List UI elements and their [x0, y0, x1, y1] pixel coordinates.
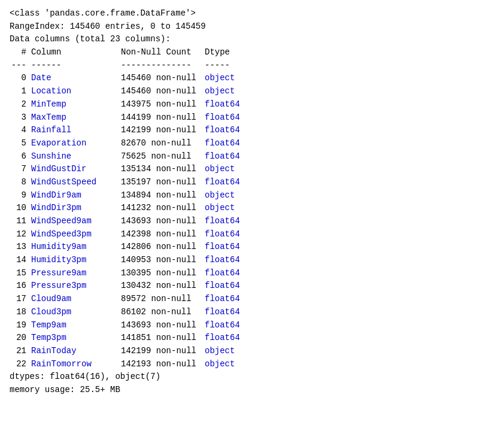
row-index: 9 [10, 189, 31, 202]
row-dtype: float64 [205, 267, 240, 280]
row-index: 5 [10, 137, 31, 150]
row-non-null-count: 142398 non-null [121, 228, 205, 241]
table-row: 20Temp3pm141851 non-nullfloat64 [10, 332, 494, 345]
row-non-null-count: 141232 non-null [121, 202, 205, 215]
range-index-text: RangeIndex: 145460 entries, 0 to 145459 [10, 22, 206, 31]
row-column-name: WindDir3pm [31, 202, 121, 215]
table-row: 21RainToday142199 non-nullobject [10, 345, 494, 358]
row-column-name: MaxTemp [31, 111, 121, 125]
table-row: 8WindGustSpeed135197 non-nullfloat64 [10, 176, 494, 189]
row-column-name: RainTomorrow [31, 358, 121, 371]
row-index: 15 [10, 267, 31, 280]
table-body: 0Date145460 non-nullobject1Location14546… [10, 72, 494, 371]
row-dtype: float64 [205, 306, 240, 319]
row-dtype: object [205, 345, 235, 358]
sep-non-null: -------------- [121, 59, 205, 72]
row-dtype: object [205, 358, 235, 371]
data-columns-text: Data columns (total 23 columns): [10, 34, 171, 44]
row-index: 7 [10, 163, 31, 176]
header-idx: # [10, 46, 31, 59]
row-non-null-count: 135197 non-null [121, 176, 205, 189]
row-column-name: WindGustDir [31, 163, 121, 176]
row-index: 21 [10, 345, 31, 358]
row-index: 2 [10, 98, 31, 111]
row-dtype: float64 [205, 254, 240, 267]
row-dtype: float64 [205, 124, 240, 137]
header-dtype: Dtype [205, 46, 230, 59]
row-non-null-count: 143693 non-null [121, 215, 205, 228]
row-index: 19 [10, 319, 31, 332]
row-dtype: float64 [205, 293, 240, 306]
row-non-null-count: 140953 non-null [121, 254, 205, 267]
row-column-name: Humidity3pm [31, 254, 121, 267]
row-dtype: object [205, 72, 235, 85]
row-non-null-count: 142199 non-null [121, 345, 205, 358]
table-row: 15Pressure9am130395 non-nullfloat64 [10, 267, 494, 280]
row-dtype: float64 [205, 241, 240, 254]
table-row: 0Date145460 non-nullobject [10, 72, 494, 85]
row-dtype: object [205, 189, 235, 202]
table-row: 13Humidity9am142806 non-nullfloat64 [10, 241, 494, 254]
row-column-name: Cloud3pm [31, 306, 121, 319]
row-column-name: Evaporation [31, 137, 121, 150]
sep-idx: --- [10, 59, 31, 72]
table-separator: --- ------ -------------- ----- [10, 59, 494, 72]
row-non-null-count: 143693 non-null [121, 319, 205, 332]
row-column-name: WindSpeed9am [31, 215, 121, 228]
row-index: 14 [10, 254, 31, 267]
row-column-name: RainToday [31, 345, 121, 358]
row-dtype: float64 [205, 111, 240, 125]
row-non-null-count: 82670 non-null [121, 137, 205, 150]
row-index: 10 [10, 202, 31, 215]
row-column-name: Pressure3pm [31, 280, 121, 293]
memory-text: memory usage: 25.5+ MB [10, 385, 120, 394]
table-row: 17Cloud9am89572 non-nullfloat64 [10, 293, 494, 306]
row-dtype: float64 [205, 319, 240, 332]
sep-column: ------ [31, 59, 121, 72]
row-dtype: object [205, 202, 235, 215]
row-non-null-count: 86102 non-null [121, 306, 205, 319]
range-index-line: RangeIndex: 145460 entries, 0 to 145459 [10, 20, 494, 34]
output-container: <class 'pandas.core.frame.DataFrame'> Ra… [10, 7, 494, 397]
table-row: 4Rainfall142199 non-nullfloat64 [10, 124, 494, 137]
row-non-null-count: 89572 non-null [121, 293, 205, 306]
row-index: 11 [10, 215, 31, 228]
table-row: 6Sunshine75625 non-nullfloat64 [10, 150, 494, 163]
table-row: 7WindGustDir135134 non-nullobject [10, 163, 494, 176]
row-index: 8 [10, 176, 31, 189]
table-row: 2MinTemp143975 non-nullfloat64 [10, 98, 494, 111]
row-index: 18 [10, 306, 31, 319]
header-column: Column [31, 46, 121, 59]
row-column-name: Date [31, 72, 121, 85]
row-non-null-count: 75625 non-null [121, 150, 205, 163]
row-index: 4 [10, 124, 31, 137]
dtypes-line: dtypes: float64(16), object(7) [10, 371, 494, 384]
row-column-name: Humidity9am [31, 241, 121, 254]
row-column-name: MinTemp [31, 98, 121, 111]
row-non-null-count: 130432 non-null [121, 280, 205, 293]
header-non-null: Non-Null Count [121, 46, 205, 59]
row-column-name: Temp3pm [31, 332, 121, 345]
row-non-null-count: 143975 non-null [121, 98, 205, 111]
row-index: 20 [10, 332, 31, 345]
table-row: 16Pressure3pm130432 non-nullfloat64 [10, 280, 494, 293]
row-index: 12 [10, 228, 31, 241]
row-dtype: float64 [205, 137, 240, 150]
row-column-name: Temp9am [31, 319, 121, 332]
row-index: 17 [10, 293, 31, 306]
row-non-null-count: 130395 non-null [121, 267, 205, 280]
row-non-null-count: 135134 non-null [121, 163, 205, 176]
class-line: <class 'pandas.core.frame.DataFrame'> [10, 7, 494, 20]
table-row: 22RainTomorrow142193 non-nullobject [10, 358, 494, 371]
row-column-name: Pressure9am [31, 267, 121, 280]
row-non-null-count: 142806 non-null [121, 241, 205, 254]
row-non-null-count: 142193 non-null [121, 358, 205, 371]
row-column-name: Rainfall [31, 124, 121, 137]
table-row: 14Humidity3pm140953 non-nullfloat64 [10, 254, 494, 267]
sep-dtype: ----- [205, 59, 230, 72]
row-dtype: float64 [205, 228, 240, 241]
row-index: 13 [10, 241, 31, 254]
row-non-null-count: 141851 non-null [121, 332, 205, 345]
table-row: 1Location145460 non-nullobject [10, 85, 494, 98]
table-row: 5Evaporation82670 non-nullfloat64 [10, 137, 494, 150]
